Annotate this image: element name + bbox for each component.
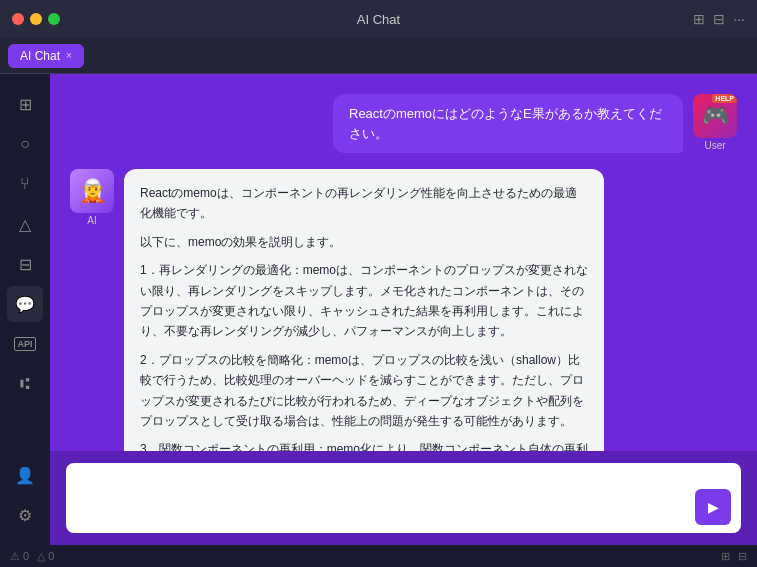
send-button[interactable]: ▶ — [695, 489, 731, 525]
ai-bubble: Reactのmemoは、コンポーネントの再レンダリング性能を向上させるための最適… — [124, 169, 604, 451]
ai-text-p5: 3．関数コンポーネントの再利用：memo化により、関数コンポーネント自体の再利用… — [140, 439, 588, 451]
more-icon[interactable]: ··· — [733, 11, 745, 27]
search-icon: ○ — [20, 135, 30, 153]
sidebar-item-files[interactable]: ⊞ — [7, 86, 43, 122]
sidebar-item-search[interactable]: ○ — [7, 126, 43, 162]
sidebar-item-user[interactable]: 👤 — [7, 457, 43, 493]
status-right: ⊞ ⊟ — [721, 550, 747, 563]
user-icon: 👤 — [15, 466, 35, 485]
traffic-lights — [12, 13, 60, 25]
status-left: ⚠ 0 △ 0 — [10, 550, 54, 563]
sidebar-item-api[interactable]: API — [7, 326, 43, 362]
ai-avatar-image: 🧝 — [70, 169, 114, 213]
sidebar-bottom: 👤 ⚙ — [7, 457, 43, 533]
ai-text-p4: 2．プロップスの比較を簡略化：memoは、プロップスの比較を浅い（shallow… — [140, 350, 588, 432]
status-icon-2[interactable]: ⊟ — [738, 550, 747, 563]
sidebar-item-chat[interactable]: 💬 — [7, 286, 43, 322]
files-icon: ⊞ — [19, 95, 32, 114]
messages-area: ReactのmemoにはどのようなE果があるか教えてください。 🎮 HELP U… — [50, 74, 757, 451]
ai-text-p3: 1．再レンダリングの最適化：memoは、コンポーネントのプロップスが変更されない… — [140, 260, 588, 342]
user-message-text: ReactのmemoにはどのようなE果があるか教えてください。 — [349, 106, 662, 141]
debug-icon: △ — [19, 215, 31, 234]
ai-text-p1: Reactのmemoは、コンポーネントの再レンダリング性能を向上させるための最適… — [140, 183, 588, 224]
help-badge: HELP — [712, 94, 737, 103]
git-icon: ⑂ — [20, 175, 30, 193]
main-layout: ⊞ ○ ⑂ △ ⊟ 💬 API ⑆ 👤 ⚙ — [0, 74, 757, 545]
ai-avatar-label: AI — [87, 215, 96, 226]
user-avatar-col: 🎮 HELP User — [693, 94, 737, 151]
chat-input[interactable] — [76, 475, 685, 525]
sidebar-item-debug[interactable]: △ — [7, 206, 43, 242]
input-row: ▶ — [66, 463, 741, 533]
tab-bar: AI Chat × — [0, 38, 757, 74]
window-title: AI Chat — [357, 12, 400, 27]
split-icon[interactable]: ⊟ — [713, 11, 725, 27]
close-button[interactable] — [12, 13, 24, 25]
sidebar-item-settings[interactable]: ⚙ — [7, 497, 43, 533]
maximize-button[interactable] — [48, 13, 60, 25]
user-message-row: ReactのmemoにはどのようなE果があるか教えてください。 🎮 HELP U… — [70, 94, 737, 153]
tab-label: AI Chat — [20, 49, 60, 63]
ai-avatar: 🧝 — [70, 169, 114, 213]
sidebar-item-extensions[interactable]: ⊟ — [7, 246, 43, 282]
user-avatar-label: User — [704, 140, 725, 151]
ai-text-p2: 以下に、memoの効果を説明します。 — [140, 232, 588, 252]
error-count: ⚠ 0 — [10, 550, 29, 563]
tree-icon: ⑆ — [20, 375, 30, 393]
tab-close-button[interactable]: × — [66, 50, 72, 61]
sidebar-item-git[interactable]: ⑂ — [7, 166, 43, 202]
settings-icon: ⚙ — [18, 506, 32, 525]
input-area: ▶ — [50, 451, 757, 545]
status-bar: ⚠ 0 △ 0 ⊞ ⊟ — [0, 545, 757, 567]
user-bubble: ReactのmemoにはどのようなE果があるか教えてください。 — [333, 94, 683, 153]
status-icon-1[interactable]: ⊞ — [721, 550, 730, 563]
extensions-icon: ⊟ — [19, 255, 32, 274]
ai-avatar-col: 🧝 AI — [70, 169, 114, 226]
layout-icon[interactable]: ⊞ — [693, 11, 705, 27]
minimize-button[interactable] — [30, 13, 42, 25]
tab-ai-chat[interactable]: AI Chat × — [8, 44, 84, 68]
chat-icon: 💬 — [15, 295, 35, 314]
warning-count: △ 0 — [37, 550, 54, 563]
sidebar: ⊞ ○ ⑂ △ ⊟ 💬 API ⑆ 👤 ⚙ — [0, 74, 50, 545]
title-bar-actions: ⊞ ⊟ ··· — [693, 11, 745, 27]
title-bar: AI Chat ⊞ ⊟ ··· — [0, 0, 757, 38]
chat-container: ReactのmemoにはどのようなE果があるか教えてください。 🎮 HELP U… — [50, 74, 757, 545]
api-icon: API — [14, 337, 35, 351]
user-avatar: 🎮 HELP — [693, 94, 737, 138]
user-avatar-image: 🎮 HELP — [693, 94, 737, 138]
sidebar-item-tree[interactable]: ⑆ — [7, 366, 43, 402]
ai-message-row: 🧝 AI Reactのmemoは、コンポーネントの再レンダリング性能を向上させる… — [70, 169, 737, 451]
